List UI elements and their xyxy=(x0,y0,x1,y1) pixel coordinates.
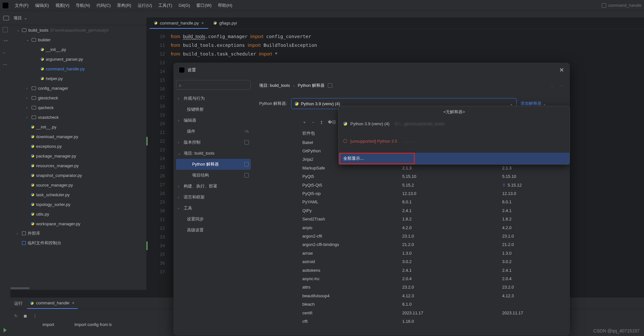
tree-file[interactable]: topology_sorter.py xyxy=(10,199,146,209)
bookmarks-icon[interactable]: ▫▫ xyxy=(3,50,8,56)
editor-tab-gflags[interactable]: gflags.pyi xyxy=(209,18,241,29)
close-icon[interactable]: × xyxy=(201,21,204,25)
package-row[interactable]: MarkupSafe2.1.32.1.3 xyxy=(302,164,567,172)
crumb-project[interactable]: 项目: build_tools xyxy=(259,83,290,88)
tree-file-selected[interactable]: command_handle.py xyxy=(10,64,146,74)
tree-file[interactable]: helper.py xyxy=(10,74,146,83)
package-row[interactable]: PyYAML6.0.16.0.1 xyxy=(302,198,567,206)
settings-search[interactable]: ⌕ xyxy=(176,80,251,90)
cat-editor[interactable]: ›编辑器 xyxy=(176,115,251,126)
package-row[interactable]: QtPy2.4.12.4.1 xyxy=(302,206,567,215)
tree-file[interactable]: snapshot_comparator.py xyxy=(10,170,146,180)
remove-package-icon[interactable]: － xyxy=(311,119,315,125)
tree-file[interactable]: exceptions.py xyxy=(10,141,146,151)
close-icon[interactable]: × xyxy=(72,300,74,305)
chevron-down-icon[interactable]: ⌄ xyxy=(24,15,27,20)
menu-git[interactable]: Git(G) xyxy=(176,2,192,9)
run-gutter-play[interactable] xyxy=(1,326,9,334)
menu-file[interactable]: 文件(F) xyxy=(12,1,31,10)
package-row[interactable]: asttokens2.4.12.4.1 xyxy=(302,266,567,274)
structure-icon[interactable] xyxy=(3,27,8,32)
package-row[interactable]: async-lru2.0.42.0.4 xyxy=(302,274,567,283)
package-row[interactable]: argon2-cffi23.1.023.1.0 xyxy=(302,232,567,240)
menu-help[interactable]: 帮助(H) xyxy=(215,1,235,10)
add-package-icon[interactable]: ＋ xyxy=(302,119,307,125)
scrollbar-thumb[interactable] xyxy=(10,287,30,289)
tree-root[interactable]: ⌄ build_tools D:\workspace\code_gen\stud… xyxy=(10,25,146,35)
tree-file[interactable]: workspace_manager.py xyxy=(10,219,146,229)
cat-lang[interactable]: ›语言和框架 xyxy=(176,192,251,203)
more-tools-icon[interactable]: ⋯ xyxy=(3,62,7,67)
menu-navigate[interactable]: 导航(N) xyxy=(73,1,93,10)
dd-python35[interactable]: [unsupported] Python 3.5 ……… xyxy=(339,135,570,147)
package-row[interactable]: PyQt55.15.105.15.10 xyxy=(302,172,567,181)
menu-run[interactable]: 运行(U) xyxy=(135,1,154,10)
stop-icon[interactable]: ◼ xyxy=(24,313,27,318)
package-row[interactable]: beautifulsoup44.12.34.12.3 xyxy=(302,291,567,300)
package-row[interactable]: anyio4.2.04.2.0 xyxy=(302,223,567,232)
commit-icon[interactable]: ⊶ xyxy=(3,39,8,44)
tree-folder[interactable]: ›gtestcheck xyxy=(10,93,146,103)
more-icon[interactable]: ⋮ xyxy=(33,313,37,318)
cat-structure[interactable]: 项目结构 xyxy=(176,170,251,181)
cat-build[interactable]: ›构建、执行、部署 xyxy=(176,181,251,192)
tree-folder-builder[interactable]: ⌄ builder xyxy=(10,35,146,45)
tree-file[interactable]: resources_manager.py xyxy=(10,161,146,170)
tree-file[interactable]: __init__.py xyxy=(10,122,146,132)
nav-back-icon[interactable]: ← xyxy=(551,83,555,88)
tree-file[interactable]: download_manager.py xyxy=(10,132,146,141)
cat-advanced[interactable]: 高级设置 xyxy=(176,225,251,236)
project-dropdown-label[interactable]: 项目 xyxy=(14,15,22,21)
cat-vcs[interactable]: ›版本控制 xyxy=(176,137,251,148)
run-tab-label[interactable]: 运行 xyxy=(14,300,23,306)
rerun-icon[interactable]: ↻ xyxy=(14,313,18,318)
nav-fwd-icon[interactable]: → xyxy=(559,83,563,88)
menu-view[interactable]: 视图(V) xyxy=(53,1,72,10)
cat-tools[interactable]: ›工具 xyxy=(176,203,251,214)
package-row[interactable]: Send2Trash1.8.21.8.2 xyxy=(302,215,567,223)
tree-scratch[interactable]: 临时文件和控制台 xyxy=(10,238,146,248)
tree-ext-libs[interactable]: ›外部库 xyxy=(10,229,146,238)
tree-file[interactable]: argument_parser.py xyxy=(10,54,146,64)
tree-file[interactable]: task_scheduler.py xyxy=(10,190,146,199)
package-row[interactable]: astroid3.0.23.0.2 xyxy=(302,257,567,266)
package-row[interactable]: PyQt5-Qt55.15.2⇧5.15.12 xyxy=(302,181,567,189)
tree-scrollbar[interactable] xyxy=(10,287,145,290)
cat-plugins[interactable]: 插件ᵃA xyxy=(176,126,251,137)
upgrade-package-icon[interactable]: ↥ xyxy=(320,120,323,125)
tree-folder[interactable]: ›qacheck xyxy=(10,103,146,112)
show-early-icon[interactable]: �目 xyxy=(328,119,336,125)
package-row[interactable]: attrs23.2.023.2.0 xyxy=(302,283,567,291)
dd-python39[interactable]: Python 3.9 (venv) (4) D:\…gen\study\buil… xyxy=(339,118,570,129)
package-row[interactable]: bleach6.1.0 xyxy=(302,300,567,308)
tree-file[interactable]: package_manager.py xyxy=(10,151,146,161)
cat-project[interactable]: ⌄项目: build_tools xyxy=(176,148,251,159)
cat-sync[interactable]: 设置同步 xyxy=(176,214,251,225)
dd-show-all[interactable]: 全部显示… xyxy=(339,153,570,164)
editor-tab-command-handle[interactable]: command_handle.py × xyxy=(150,18,208,29)
project-indicator[interactable]: command_handle xyxy=(602,3,641,8)
tree-file[interactable]: __init__.py xyxy=(10,45,146,54)
menu-window[interactable]: 窗口(W) xyxy=(194,1,214,10)
package-row[interactable]: certifi2023.11.172023.11.17 xyxy=(302,309,567,317)
menu-edit[interactable]: 编辑(E) xyxy=(33,1,52,10)
cat-appearance[interactable]: ›外观与行为 xyxy=(176,93,251,104)
dd-no-interpreter[interactable]: <无解释器> xyxy=(339,106,570,118)
menu-code[interactable]: 代码(C) xyxy=(94,1,113,10)
tree-folder[interactable]: ›vcastcheck xyxy=(10,112,146,122)
package-row[interactable]: arrow1.3.01.3.0 xyxy=(302,249,567,257)
folder-icon[interactable] xyxy=(3,16,9,20)
package-row[interactable]: cffi1.16.0 xyxy=(302,317,567,325)
tree-file[interactable]: source_manager.py xyxy=(10,180,146,190)
run-config-tab[interactable]: command_handle × xyxy=(27,298,78,309)
cat-keymap[interactable]: 按键映射 xyxy=(176,104,251,115)
menu-refactor[interactable]: 重构(R) xyxy=(114,1,134,10)
cat-interpreter[interactable]: Python 解释器 xyxy=(176,159,251,170)
tree-folder[interactable]: ›config_manager xyxy=(10,83,146,93)
package-row[interactable]: argon2-cffi-bindings21.2.021.2.0 xyxy=(302,240,567,249)
package-row[interactable]: PyQt5-sip12.13.012.13.0 xyxy=(302,189,567,198)
menu-tools[interactable]: 工具(T) xyxy=(156,1,175,10)
close-icon[interactable]: ✕ xyxy=(559,66,564,74)
tree-file[interactable]: utils.py xyxy=(10,209,146,219)
package-table[interactable]: BabelGitPythonJinja2MarkupSafe2.1.32.1.3… xyxy=(302,138,567,326)
